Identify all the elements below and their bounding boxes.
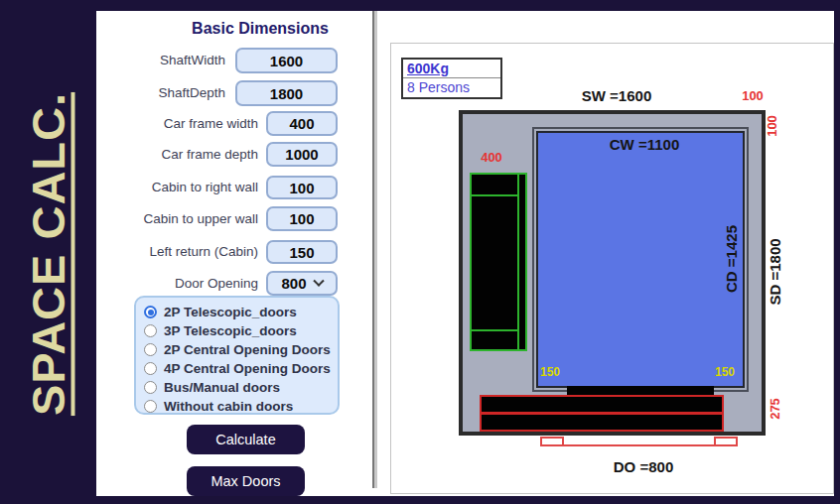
radio-icon[interactable] <box>144 324 157 337</box>
carframewidth-label: Car frame width <box>164 111 258 136</box>
dooropening-label: Door Opening <box>175 271 258 296</box>
shaftwidth-input[interactable] <box>235 48 338 73</box>
cabinupperwall-label: Cabin to upper wall <box>143 206 258 231</box>
calculate-button[interactable]: Calculate <box>187 425 305 454</box>
diagram-panel: 600Kg 8 Persons SW =1600 100 100 CW =110… <box>390 43 834 494</box>
door-type-option-5[interactable]: Without cabin doors <box>144 397 338 416</box>
door-type-radio-group: 2P Telescopic_doors 3P Telescopic_doors … <box>134 296 340 415</box>
leftreturn-label: Left return (Cabin) <box>149 240 258 264</box>
counterweight-divider-top <box>472 194 517 196</box>
radio-icon[interactable] <box>144 306 157 318</box>
door-type-option-3[interactable]: 4P Central Opening Doors <box>144 359 338 378</box>
door-type-option-2[interactable]: 2P Central Opening Doors <box>144 340 338 359</box>
shaft-depth-label: SD =1800 <box>767 238 783 305</box>
dooropening-select[interactable]: 800 <box>266 271 338 296</box>
shaftwidth-label: ShaftWidth <box>160 48 225 73</box>
carframedepth-input[interactable] <box>266 142 338 167</box>
form-title: Basic Dimensions <box>148 20 372 38</box>
radio-icon[interactable] <box>144 362 157 375</box>
field-row-cabinupperwall: Cabin to upper wall <box>96 206 372 231</box>
basic-dimensions-panel: Basic Dimensions ShaftWidth ShaftDepth C… <box>96 11 372 496</box>
carframewidth-input[interactable] <box>266 111 338 136</box>
cabinrightwall-label: Cabin to right wall <box>152 176 258 199</box>
radio-icon[interactable] <box>144 343 157 356</box>
field-row-shaftdepth: ShaftDepth <box>96 80 372 106</box>
capacity-weight: 600Kg <box>403 60 500 78</box>
field-row-dooropening: Door Opening 800 <box>96 271 372 296</box>
cabinupperwall-input[interactable] <box>266 206 338 231</box>
landing-door-jamb-left <box>540 437 564 446</box>
field-row-carframewidth: Car frame width <box>96 111 372 136</box>
capacity-persons: 8 Persons <box>403 78 500 97</box>
counterweight-width-label: 400 <box>481 150 502 165</box>
cabin-rect <box>536 131 745 388</box>
max-doors-button[interactable]: Max Doors <box>187 466 305 496</box>
field-row-leftreturn: Left return (Cabin) <box>96 240 372 264</box>
main-content: Basic Dimensions ShaftWidth ShaftDepth C… <box>96 11 834 496</box>
cabin-width-label: CW =1100 <box>610 136 679 153</box>
shaftdepth-label: ShaftDepth <box>158 80 225 106</box>
radio-icon[interactable] <box>144 381 157 394</box>
field-row-shaftwidth: ShaftWidth <box>96 48 372 73</box>
door-type-label: 2P Central Opening Doors <box>164 342 331 357</box>
panel-divider <box>372 11 377 488</box>
capacity-table: 600Kg 8 Persons <box>401 58 502 99</box>
radio-icon[interactable] <box>144 400 157 413</box>
door-type-label: 2P Telescopic_doors <box>164 305 297 319</box>
door-type-label: 3P Telescopic_doors <box>164 323 297 338</box>
door-opening-line <box>564 444 714 446</box>
app-title: SPACE CALC. <box>21 92 75 416</box>
sidebar: SPACE CALC. <box>0 0 96 504</box>
dooropening-value: 800 <box>281 275 306 292</box>
landing-door-jamb-right <box>714 437 738 446</box>
field-row-carframedepth: Car frame depth <box>96 142 372 167</box>
counterweight-rect <box>470 173 527 351</box>
cabin-depth-label: CD =1425 <box>723 225 740 293</box>
counterweight-divider-bottom <box>472 329 517 331</box>
door-opening-label: DO =800 <box>614 458 673 475</box>
shaftdepth-input[interactable] <box>235 80 338 106</box>
leftreturn-input[interactable] <box>266 240 338 264</box>
door-type-option-4[interactable]: Bus/Manual doors <box>144 378 338 397</box>
right-return-label: 150 <box>715 365 735 379</box>
left-return-label: 150 <box>540 365 560 379</box>
door-type-label: Without cabin doors <box>164 399 293 414</box>
door-type-label: 4P Central Opening Doors <box>164 361 331 376</box>
field-row-cabinrightwall: Cabin to right wall <box>96 176 372 199</box>
chevron-down-icon <box>313 275 324 286</box>
top-gap-label: 100 <box>742 88 764 103</box>
door-type-label: Bus/Manual doors <box>164 380 280 395</box>
door-type-option-0[interactable]: 2P Telescopic_doors <box>144 303 338 321</box>
right-gap-label: 100 <box>765 115 779 137</box>
shaft-width-label: SW =1600 <box>582 87 651 104</box>
door-panel-2 <box>480 413 724 432</box>
cabinrightwall-input[interactable] <box>266 176 338 199</box>
door-panel-1 <box>480 395 724 414</box>
counterweight-divider-vertical <box>517 175 519 349</box>
door-zone-depth-label: 275 <box>768 398 782 420</box>
carframedepth-label: Car frame depth <box>161 142 258 167</box>
door-type-option-1[interactable]: 3P Telescopic_doors <box>144 321 338 340</box>
